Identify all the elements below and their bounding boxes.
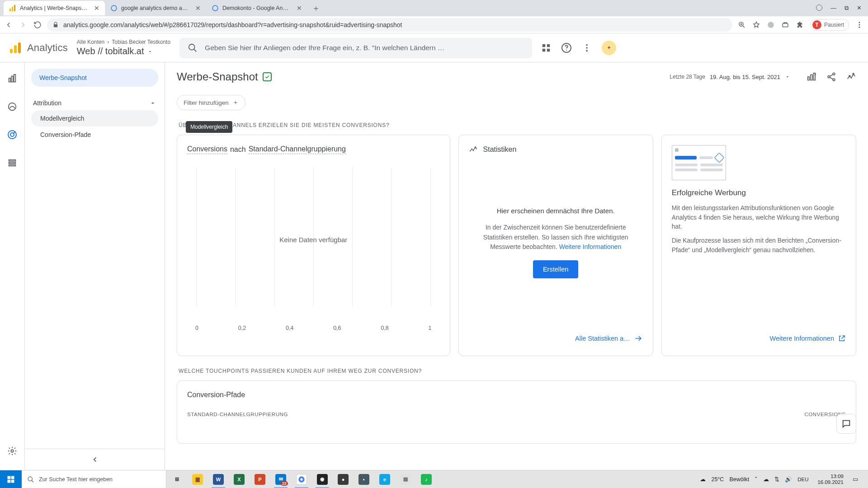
svg-rect-42 — [8, 476, 11, 479]
taskbar-app-mail[interactable]: ✉ 22 — [270, 470, 291, 488]
search-icon — [188, 43, 198, 53]
taskbar-search[interactable]: Zur Suche Text hier eingeben — [22, 470, 166, 488]
sidebar-item-snapshot[interactable]: Werbe-Snapshot — [31, 69, 158, 87]
svg-point-23 — [586, 50, 588, 52]
metric-link[interactable]: Conversions — [187, 145, 227, 154]
svg-point-48 — [300, 478, 302, 480]
taskbar-app-edge[interactable]: e — [374, 470, 395, 488]
property-selector[interactable]: Alle Konten › Tobias Becker Testkonto We… — [77, 39, 170, 56]
app-name: Analytics — [27, 42, 68, 54]
browser-tab-1[interactable]: google analytics demo account ✕ — [105, 1, 206, 15]
user-avatar[interactable]: ✦ — [602, 41, 616, 55]
edit-comparisons-icon[interactable] — [807, 72, 816, 82]
more-icon[interactable] — [582, 43, 592, 53]
close-icon[interactable]: ✕ — [297, 5, 302, 12]
taskbar-app-word[interactable]: W — [208, 470, 229, 488]
tray-chevron-icon[interactable]: ˄ — [755, 476, 758, 483]
taskbar-app-generic[interactable]: ● — [333, 470, 354, 488]
wifi-icon[interactable]: ⇅ — [774, 476, 779, 483]
back-icon[interactable] — [5, 21, 13, 29]
collapse-panel-button[interactable] — [31, 449, 158, 470]
taskbar-app-powerpoint[interactable]: P — [250, 470, 270, 488]
onedrive-icon[interactable]: ☁ — [763, 476, 769, 483]
browser-tab-0[interactable]: Analytics | Werbe-Snapshot ✕ — [4, 1, 105, 15]
new-tab-button[interactable]: ＋ — [307, 3, 325, 14]
ga-favicon-icon — [9, 5, 16, 12]
profile-chip[interactable]: T Pausiert — [810, 19, 849, 31]
chrome-menu-icon[interactable] — [855, 21, 863, 29]
verified-badge-icon — [263, 72, 272, 81]
rail-item-advertising[interactable] — [3, 126, 21, 144]
card-title: Conversions nach Standard-Channelgruppie… — [187, 145, 440, 154]
browser-tab-2[interactable]: Demokonto - Google Analytics-… ✕ — [206, 1, 307, 15]
close-window-icon[interactable]: ✕ — [857, 5, 862, 12]
app-logo[interactable]: Analytics — [9, 42, 68, 54]
svg-rect-7 — [783, 23, 788, 27]
address-bar[interactable]: analytics.google.com/analytics/web/#/p28… — [47, 18, 732, 32]
volume-icon[interactable]: 🔊 — [785, 476, 792, 483]
taskbar-app-notepad[interactable]: ▤ — [395, 470, 416, 488]
rail-item-admin[interactable] — [3, 442, 21, 460]
notifications-icon[interactable]: ▭ — [853, 476, 858, 483]
dimension-link[interactable]: Standard-Channelgruppierung — [249, 145, 346, 154]
taskbar-app-generic[interactable]: ▪ — [354, 470, 374, 488]
card-statistics: Statistiken Hier erscheinen demnächst Ih… — [458, 135, 653, 356]
rail-item-reports[interactable] — [3, 70, 21, 88]
close-icon[interactable]: ✕ — [195, 5, 201, 12]
maximize-icon[interactable]: ⧉ — [844, 5, 849, 12]
help-icon[interactable] — [561, 42, 572, 53]
rail-item-explore[interactable] — [3, 98, 21, 116]
stats-learn-more-link[interactable]: Weitere Informationen — [559, 243, 621, 250]
card-footer-link[interactable]: Alle Statistiken a… — [469, 331, 643, 346]
weather-temp[interactable]: 25°C — [711, 476, 724, 483]
weather-label[interactable]: Bewölkt — [729, 476, 749, 483]
minimize-icon[interactable]: ― — [830, 5, 836, 12]
page-titlebar: Werbe-Snapshot Letzte 28 Tage 19. Aug. b… — [177, 70, 856, 83]
google-favicon-icon — [110, 5, 118, 12]
taskbar-app-obs[interactable]: ◉ — [312, 470, 333, 488]
svg-point-8 — [859, 22, 860, 23]
chevron-right-icon: › — [107, 39, 109, 45]
close-icon[interactable]: ✕ — [94, 5, 99, 12]
svg-point-29 — [10, 133, 14, 136]
taskbar-app-explorer[interactable]: ▆ — [187, 470, 208, 488]
svg-rect-1 — [12, 7, 13, 11]
extensions-menu-icon[interactable] — [796, 21, 804, 29]
taskbar-app-excel[interactable]: X — [229, 470, 250, 488]
card-footer-link[interactable]: Weitere Informationen — [672, 331, 846, 346]
taskbar-app-chrome[interactable] — [291, 470, 312, 488]
sidebar-section-attribution[interactable]: Attribution — [31, 96, 158, 110]
taskbar-clock[interactable]: 13:09 16.09.2021 — [814, 474, 847, 485]
share-icon[interactable] — [826, 72, 836, 82]
insights-icon[interactable] — [846, 72, 856, 82]
weather-icon[interactable]: ☁ — [700, 476, 706, 483]
rail-item-configure[interactable] — [3, 154, 21, 172]
reload-icon[interactable] — [33, 21, 42, 29]
card-promo-advertising: Erfolgreiche Werbung Mit den leistungsst… — [661, 135, 856, 356]
sparkle-icon — [469, 145, 478, 154]
forward-icon[interactable] — [19, 21, 27, 29]
app-search[interactable]: Geben Sie hier Ihr Anliegen oder Ihre Fr… — [179, 38, 532, 58]
sidebar-item-model-comparison[interactable]: Modellvergleich — [31, 110, 158, 127]
zoom-icon[interactable] — [738, 21, 746, 29]
create-stats-button[interactable]: Erstellen — [533, 260, 578, 278]
bar-chart: Keine Daten verfügbar — [187, 154, 440, 325]
taskbar-app-spotify[interactable]: ♪ — [416, 470, 437, 488]
date-range-picker[interactable]: Letzte 28 Tage 19. Aug. bis 15. Sept. 20… — [670, 74, 790, 80]
crumb-all-accounts: Alle Konten — [77, 39, 104, 45]
date-range-value: 19. Aug. bis 15. Sept. 2021 — [710, 74, 780, 80]
feedback-fab[interactable] — [836, 414, 856, 434]
add-filter-chip[interactable]: Filter hinzufügen ＋ — [177, 95, 245, 110]
browser-toolbar: analytics.google.com/analytics/web/#/p28… — [0, 16, 868, 33]
account-indicator-icon[interactable] — [816, 5, 822, 11]
sidebar-item-conversion-paths[interactable]: Conversion-Pfade — [31, 127, 158, 143]
start-button[interactable] — [0, 470, 22, 488]
extension-icon[interactable] — [767, 21, 775, 29]
extension-icon[interactable] — [781, 21, 789, 29]
taskbar-app-taskview[interactable]: ⊞ — [166, 470, 187, 488]
bookmark-icon[interactable] — [752, 21, 760, 29]
svg-point-33 — [11, 450, 14, 452]
apps-grid-icon[interactable] — [541, 43, 551, 53]
svg-point-46 — [28, 477, 32, 481]
language-indicator[interactable]: DEU — [797, 477, 808, 482]
